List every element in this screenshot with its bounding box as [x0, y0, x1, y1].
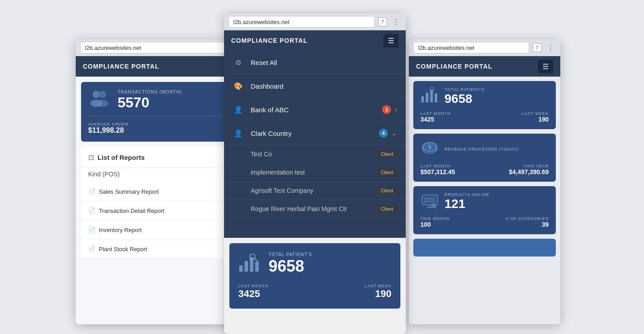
average-order-value: $11,998.28 [88, 126, 129, 134]
right-revenue-last-month-label: LAST MONTH [420, 164, 455, 168]
right-products-label: PRODUCTS ONLINE [444, 192, 490, 197]
dashboard-icon: 🎨 [233, 81, 244, 91]
right-url-text: l2b.azurewebsites.net [418, 45, 474, 51]
right-browser-menu-icon[interactable]: ⋮ [545, 43, 556, 53]
client-badge-2: Client [377, 169, 397, 176]
left-url-text: l2b.azurewebsites.net [85, 45, 141, 51]
center-browser-menu-icon[interactable]: ⋮ [391, 17, 401, 27]
center-patients-label: TOTAL PATIENT'S [269, 252, 312, 257]
right-url-box[interactable]: l2b.azurewebsites.net [413, 42, 529, 53]
right-revenue-bottom: LAST MONTH $507,312.45 THIS YEAR $4,497,… [420, 164, 549, 175]
center-url-text: l2b.azurewebsites.net [233, 19, 289, 25]
submenu-item-impl-test[interactable]: implementation test Client [224, 163, 406, 182]
clark-badge: 4 [379, 129, 388, 138]
submenu-item-rogue-river[interactable]: Rogue River Herbal Pain Mgmt Ctr Client [224, 200, 406, 218]
bank-badge: 1 [382, 105, 391, 114]
client-badge-1: Client [377, 151, 397, 158]
center-portal-title: COMPLIANCE PORTAL [231, 37, 383, 44]
center-last-week-value: 190 [365, 288, 391, 300]
dropdown-menu: ⚙ Reset All 🎨 Dashboard 👤 Bank of ABC 1 … [224, 51, 406, 238]
svg-rect-12 [430, 90, 433, 102]
menu-item-dashboard[interactable]: 🎨 Dashboard [224, 74, 406, 98]
center-last-month-value: 3425 [238, 288, 269, 300]
right-this-month-label: THIS MONTH [420, 216, 450, 221]
right-revenue-last-month-value: $507,312.45 [420, 168, 455, 175]
right-hamburger-button[interactable]: ☰ [538, 60, 553, 73]
right-content-area: TOTAL PATIENT'S 9658 LAST MONTH 3425 LAS… [409, 77, 560, 324]
right-patients-card: TOTAL PATIENT'S 9658 LAST MONTH 3425 LAS… [413, 81, 556, 129]
right-products-info: PRODUCTS ONLINE 121 [444, 192, 490, 211]
submenu-label-agrisoft: Agrisoft Test Company [251, 187, 377, 194]
center-url-box[interactable]: l2b.azurewebsites.net [228, 16, 375, 28]
person-icon-2: 👤 [233, 128, 244, 138]
right-last-week-value: 190 [522, 116, 549, 123]
right-revenue-last-month: LAST MONTH $507,312.45 [420, 164, 455, 175]
right-products-top: PRODUCTS ONLINE 121 [420, 192, 549, 211]
right-portal-title: COMPLIANCE PORTAL [416, 63, 538, 70]
right-last-week-label: LAST WEEK [522, 111, 549, 116]
clark-country-label: Clark Country [251, 130, 379, 137]
right-revenue-this-year: THIS YEAR $4,497,390.69 [509, 164, 549, 175]
menu-item-clark-country[interactable]: 👤 Clark Country 4 ⌄ [224, 122, 406, 145]
menu-item-reset[interactable]: ⚙ Reset All [224, 51, 406, 74]
right-monitor-icon [420, 192, 439, 211]
menu-item-bank-of-abc[interactable]: 👤 Bank of ABC 1 › [224, 98, 406, 122]
center-tab-count: 7 [378, 17, 387, 26]
center-browser-window: l2b.azurewebsites.net 7 ⋮ COMPLIANCE POR… [224, 13, 406, 334]
chart-icon [238, 253, 261, 275]
reset-all-label: Reset All [251, 59, 397, 66]
center-patients-number: 9658 [269, 257, 312, 276]
chevron-right-icon: › [395, 106, 397, 113]
right-revenue-card: $ REVENUE PROCESSED (TODAY) LAST MONTH $… [413, 134, 556, 182]
svg-point-1 [99, 91, 106, 98]
svg-rect-10 [421, 96, 424, 102]
right-portal-nav: COMPLIANCE PORTAL ☰ [409, 56, 560, 77]
svg-point-3 [97, 100, 108, 107]
submenu-label-test-co: Test Co [251, 151, 377, 158]
svg-point-0 [93, 91, 100, 98]
svg-rect-11 [426, 93, 428, 102]
right-products-card: PRODUCTS ONLINE 121 THIS MONTH 100 # OF … [413, 186, 556, 234]
report-file-icon: 📄 [88, 227, 95, 233]
center-patients-bottom: LAST MONTH 3425 LAST WEEK 190 [238, 284, 391, 300]
right-products-bottom: THIS MONTH 100 # OF CATEGORIES 39 [420, 216, 549, 228]
center-portal-nav: COMPLIANCE PORTAL ☰ [224, 30, 406, 51]
right-chart-icon [420, 87, 439, 106]
right-revenue-top: $ REVENUE PROCESSED (TODAY) [420, 140, 549, 159]
right-money-icon: $ [420, 140, 439, 159]
svg-rect-7 [255, 262, 259, 272]
svg-rect-13 [435, 94, 437, 102]
client-badge-4: Client [377, 205, 397, 212]
submenu-label-rogue-river: Rogue River Herbal Pain Mgmt Ctr [251, 205, 377, 212]
right-this-month-value: 100 [420, 221, 450, 228]
submenu-item-test-co[interactable]: Test Co Client [224, 145, 406, 163]
center-last-month: LAST MONTH 3425 [238, 284, 269, 300]
right-this-month: THIS MONTH 100 [420, 216, 450, 228]
right-last-month-value: 3425 [420, 116, 451, 123]
right-patients-top: TOTAL PATIENT'S 9658 [420, 87, 549, 106]
right-categories-value: 39 [506, 221, 549, 228]
center-last-week-label: LAST WEEK [365, 284, 391, 288]
center-hamburger-button[interactable]: ☰ [383, 34, 399, 48]
report-file-icon: 📄 [88, 188, 95, 195]
svg-rect-4 [239, 265, 243, 272]
center-browser-bar: l2b.azurewebsites.net 7 ⋮ [224, 13, 406, 30]
right-last-month: LAST MONTH 3425 [420, 111, 451, 123]
bank-of-abc-label: Bank of ABC [251, 106, 382, 114]
right-patients-label: TOTAL PATIENT'S [444, 87, 485, 92]
average-order-label: AVERAGE ORDER [88, 122, 129, 126]
right-blue-bar [413, 239, 556, 257]
svg-line-23 [435, 207, 436, 208]
svg-text:$: $ [428, 145, 431, 150]
dashboard-label: Dashboard [251, 82, 397, 90]
right-patients-number: 9658 [444, 92, 485, 106]
submenu-item-agrisoft[interactable]: Agrisoft Test Company Client [224, 182, 406, 200]
gear-icon: ⚙ [233, 57, 244, 68]
client-badge-3: Client [377, 187, 397, 194]
right-categories-label: # OF CATEGORIES [506, 216, 549, 221]
right-revenue-label: REVENUE PROCESSED (TODAY) [444, 147, 518, 151]
right-categories: # OF CATEGORIES 39 [506, 216, 549, 228]
report-file-icon: 📄 [88, 246, 95, 253]
center-patients-card: TOTAL PATIENT'S 9658 LAST MONTH 3425 LAS… [229, 243, 400, 309]
right-revenue-info: REVENUE PROCESSED (TODAY) [444, 147, 518, 151]
